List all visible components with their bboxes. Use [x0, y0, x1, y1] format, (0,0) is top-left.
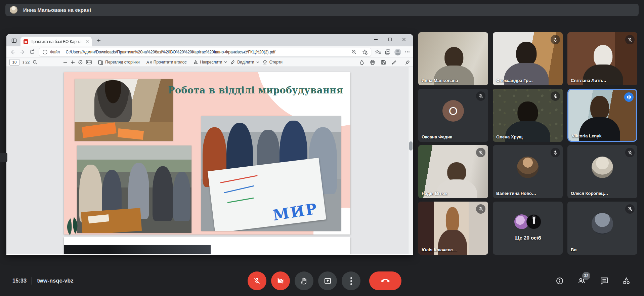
mic-off-icon [625, 148, 635, 157]
participant-name: Ви [571, 247, 576, 252]
save-icon[interactable] [381, 60, 386, 65]
camera-toggle-button[interactable] [271, 271, 290, 290]
mic-off-icon [551, 148, 560, 157]
participant-name: Юлія Ключевс… [422, 247, 457, 252]
raise-hand-button[interactable] [295, 271, 313, 290]
presenter-avatar [10, 6, 17, 14]
present-screen-button[interactable] [318, 271, 337, 290]
edit-icon[interactable] [392, 60, 397, 65]
meeting-details-button[interactable] [555, 277, 564, 285]
scrollbar-thumb[interactable] [409, 141, 413, 151]
draw-button[interactable]: Накреслити [193, 60, 227, 65]
ink-icon[interactable] [359, 60, 364, 65]
window-close-button[interactable] [397, 34, 411, 44]
read-aloud-button[interactable]: A Прочитати вголос [146, 60, 187, 65]
participant-tile[interactable]: Инна Мальована [418, 32, 488, 85]
highlighter-icon [230, 60, 235, 65]
window-controls [369, 34, 411, 44]
slide-photo-street-table [77, 145, 191, 233]
participant-tile[interactable]: Валентина Ново… [493, 145, 563, 198]
tab-close-icon[interactable] [86, 40, 89, 43]
url-text: C:/Users/Админ/Downloads/Практика%20на%2… [66, 50, 349, 54]
zoom-in-icon[interactable] [71, 60, 75, 65]
address-toolbar: Файл C:/Users/Админ/Downloads/Практика%2… [6, 46, 413, 58]
avatar [592, 213, 613, 235]
participant-tile[interactable]: Олександра Гр… [493, 32, 563, 85]
participant-name: Валентина Ново… [496, 191, 536, 196]
address-bar[interactable]: Файл C:/Users/Админ/Downloads/Практика%2… [39, 48, 371, 56]
new-tab-button[interactable] [94, 36, 103, 45]
page-info-icon[interactable] [43, 50, 47, 54]
mic-off-icon [625, 35, 635, 44]
highlight-button[interactable]: Виділити [230, 60, 259, 65]
pin-toolbar-icon[interactable] [405, 60, 410, 65]
tab-actions-icon[interactable] [10, 36, 18, 45]
self-tile[interactable]: Ви [567, 202, 637, 255]
eraser-icon [262, 60, 267, 65]
pdf-toolbar: 10 з 22 Перегляд сторінки A Прочитати вг… [6, 58, 413, 67]
add-favorite-icon[interactable] [362, 49, 368, 55]
pdf-scrollbar[interactable] [408, 67, 413, 254]
stacked-avatars [514, 214, 541, 229]
page-view-button[interactable]: Перегляд сторінки [98, 60, 140, 65]
participant-tile[interactable]: Юлія Ключевс… [418, 202, 488, 255]
fit-width-icon[interactable] [86, 60, 92, 65]
screen-edge-tab [0, 153, 7, 162]
participant-name: Оксана Федик [422, 134, 452, 139]
participants-button[interactable]: 32 [577, 277, 586, 285]
slide-photo-craft-table [75, 79, 173, 141]
mic-off-icon [625, 204, 635, 214]
overflow-tile[interactable]: Ще 20 осіб [493, 202, 563, 255]
back-icon[interactable] [10, 49, 16, 55]
next-slide-page [64, 237, 350, 254]
print-icon[interactable] [370, 60, 375, 65]
window-maximize-button[interactable] [383, 34, 397, 44]
collections-icon[interactable] [385, 49, 391, 55]
avatar [517, 157, 539, 178]
svg-text:A: A [146, 60, 149, 65]
rotate-icon[interactable] [78, 60, 83, 65]
browser-menu-icon[interactable] [405, 51, 410, 52]
tab-strip: Практика на базі ВО Карітас Іва [6, 34, 413, 46]
forward-icon[interactable] [19, 49, 26, 55]
url-scheme-label: Файл [50, 50, 60, 54]
chevron-down-icon[interactable] [224, 61, 227, 63]
profile-avatar[interactable] [394, 49, 401, 55]
presenting-banner: Инна Мальована на екрані [5, 4, 639, 16]
page-number-input[interactable]: 10 [9, 59, 19, 66]
browser-tab[interactable]: Практика на базі ВО Карітас Іва [20, 37, 92, 46]
pen-icon [193, 60, 198, 65]
chat-button[interactable] [600, 277, 608, 285]
more-options-button[interactable] [342, 271, 360, 290]
activities-button[interactable] [622, 277, 631, 285]
mic-off-icon [551, 91, 560, 101]
pdf-viewer[interactable]: Робота в відділі миробудування МИР [6, 67, 413, 254]
page-total-label: з 22 [23, 60, 30, 64]
window-minimize-button[interactable] [369, 34, 383, 44]
participant-tile[interactable]: Олеся Коропец… [567, 145, 637, 198]
erase-button[interactable]: Стерти [262, 60, 283, 65]
favorites-icon[interactable] [375, 49, 381, 55]
mic-toggle-button[interactable] [248, 271, 266, 290]
refresh-icon[interactable] [29, 49, 35, 55]
chevron-down-icon[interactable] [256, 61, 259, 63]
end-call-button[interactable] [369, 271, 401, 290]
participants-grid: Инна Мальована Олександра Гр… Світлана Л… [418, 32, 637, 255]
participant-tile[interactable]: O Оксана Федик [418, 89, 488, 142]
participant-name: Олеся Коропец… [571, 191, 608, 196]
participant-tile[interactable]: Надія Вітюк [418, 145, 488, 198]
zoom-out-icon[interactable] [63, 60, 68, 65]
participant-tile[interactable]: Світлана Литв… [567, 32, 637, 85]
slide-page: Робота в відділі миробудування МИР [64, 72, 350, 235]
participant-tile[interactable]: Олена Хрущ [493, 89, 563, 142]
participant-tile-speaking[interactable]: Viktoria Lenyk [567, 89, 637, 142]
search-icon[interactable] [33, 60, 38, 65]
slide-title: Робота в відділі миробудування [161, 85, 350, 95]
zoom-level-icon[interactable] [351, 49, 357, 55]
meet-app: Инна Мальована на екрані Практика на баз… [0, 0, 644, 296]
meeting-code: tww-nsqc-vbz [37, 278, 74, 284]
poster-text: МИР [272, 200, 319, 224]
slide-photo-peace-banner: МИР [201, 116, 341, 231]
bottom-bar: 15:33 tww-nsqc-vbz [0, 266, 644, 296]
mic-off-icon [476, 91, 485, 101]
